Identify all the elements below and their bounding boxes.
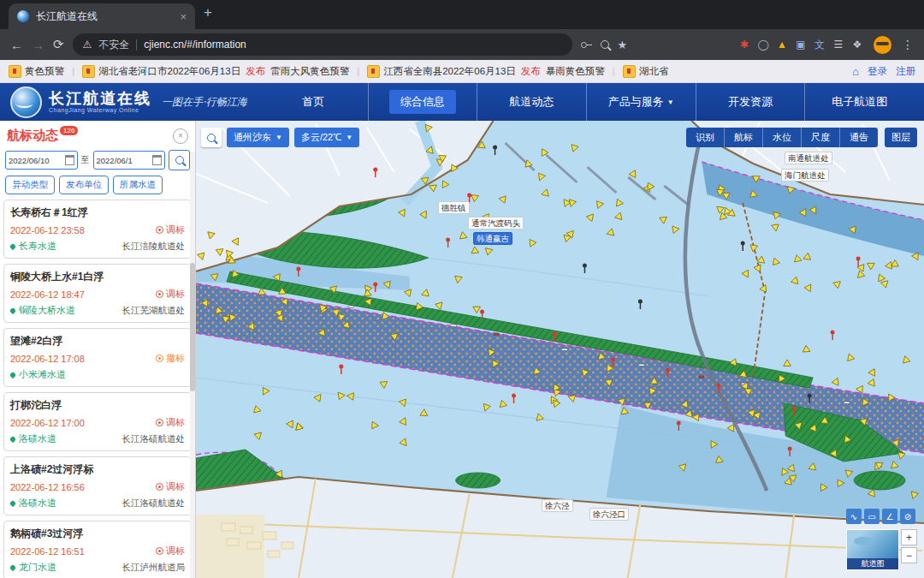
extension-translate-icon[interactable]: 文: [812, 38, 827, 52]
office-label: 长江泸州航道局: [122, 562, 186, 574]
location-pin-icon: [9, 563, 16, 570]
zoom-out-button[interactable]: −: [901, 547, 917, 563]
rect-select-icon[interactable]: ▭: [864, 509, 880, 524]
beacon-name: 长寿桥右＃1红浮: [10, 206, 185, 220]
angle-measure-icon[interactable]: ∠: [882, 509, 897, 524]
alert-item[interactable]: 湖北省: [623, 65, 669, 78]
beacon-card[interactable]: 望滩#2白浮2022-06-12 17:08撤标小米滩水道: [3, 328, 192, 387]
close-icon[interactable]: ×: [173, 128, 188, 144]
filter-button-2[interactable]: 发布单位: [59, 176, 109, 194]
filter-button-1[interactable]: 异动类型: [5, 176, 55, 194]
bookmark-star-icon[interactable]: ★: [618, 39, 628, 51]
nav-item-3[interactable]: 航道动态: [477, 83, 586, 121]
map-place-label: 徐六泾: [542, 499, 573, 512]
map-place-label: 德胜镇: [438, 201, 470, 214]
login-link[interactable]: 登录: [868, 65, 887, 78]
map-tool-button-3[interactable]: 水位: [763, 128, 802, 147]
nav-item-6[interactable]: 电子航道图: [804, 83, 914, 121]
home-icon[interactable]: ⌂: [852, 65, 859, 78]
sidebar-scrollbar[interactable]: [190, 152, 195, 578]
register-link[interactable]: 注册: [896, 65, 915, 78]
beacon-card[interactable]: 长寿桥右＃1红浮2022-06-12 23:58调标长寿水道长江涪陵航道处: [3, 200, 192, 259]
map-place-label: 通常汽渡码头: [468, 217, 524, 229]
clear-tool-icon[interactable]: ⊘: [900, 509, 915, 524]
new-tab-button[interactable]: +: [204, 4, 212, 25]
scrollbar-thumb[interactable]: [190, 263, 195, 391]
beacon-card[interactable]: 铜陵大桥上水#1白浮2022-06-12 18:47调标铜陵大桥水道长江芜湖航道…: [3, 264, 192, 323]
date-from-input[interactable]: 2022/06/10: [5, 151, 78, 170]
alert-item[interactable]: 江西省全南县2022年06月13日发布暴雨黄色预警: [367, 65, 605, 78]
beacon-time: 2022-06-12 18:47: [10, 289, 85, 300]
route-tool-icon[interactable]: ∿: [846, 509, 862, 524]
region-select[interactable]: 通州沙东 ▼: [227, 128, 289, 147]
waterway: 长寿水道: [10, 240, 56, 253]
alert-separator: |: [357, 66, 359, 76]
nav-label: 电子航道图: [832, 94, 887, 110]
status-badge: 撤标: [156, 352, 185, 365]
security-label: 不安全: [98, 38, 129, 52]
beacon-card[interactable]: 打梆沱白浮2022-06-12 17:00调标洛碛水道长江洛碛航道处: [3, 392, 192, 451]
alert-item[interactable]: 湖北省老河口市2022年06月13日发布雷雨大风黄色预警: [82, 65, 349, 78]
nav-item-2[interactable]: 综合信息: [368, 83, 477, 121]
beacon-card[interactable]: 鹅柄碛#3过河浮2022-06-12 16:51调标龙门水道长江泸州航道局: [3, 521, 192, 578]
extension-reader-icon[interactable]: ☰: [831, 39, 846, 51]
avatar[interactable]: [874, 36, 891, 54]
browser-tab[interactable]: 长江航道在线 ×: [9, 3, 195, 29]
date-search-button[interactable]: [169, 150, 190, 170]
alert-item[interactable]: 黄色预警: [9, 65, 64, 78]
map-place-label: 南通航道处: [785, 152, 832, 164]
map-tool-button-5[interactable]: 通告: [840, 128, 878, 147]
search-icon[interactable]: [601, 40, 609, 49]
omnibox-divider: [136, 39, 137, 51]
tab-favicon-icon: [17, 10, 29, 22]
site-header: 长江航道在线 ChangJiang Waterway Online 一图在手·行…: [0, 83, 924, 121]
map-rightbar: 识别航标水位尺度通告 图层: [686, 128, 917, 147]
waterway-label: 洛碛水道: [19, 497, 56, 509]
nav-item-4[interactable]: 产品与服务▼: [586, 83, 696, 121]
beacon-time: 2022-06-12 17:08: [10, 354, 85, 364]
map-tool-button-2[interactable]: 航标: [725, 128, 763, 147]
map-place-label: 海门航道处: [781, 169, 829, 182]
tab-title: 长江航道在线: [36, 9, 173, 24]
navigation-chart[interactable]: 德胜镇通常汽渡码头韩通赢吉南通航道处海门航道处徐六泾徐六泾口 通州沙东 ▼ 多云…: [196, 121, 924, 578]
map-tool-button-4[interactable]: 尺度: [802, 128, 840, 147]
extension-puzzle-icon[interactable]: ❖: [850, 39, 865, 51]
map-place-label: 徐六泾口: [589, 508, 629, 521]
extension-circle-icon[interactable]: ◯: [755, 39, 771, 51]
minimap-thumbnail[interactable]: 航道图: [846, 529, 899, 570]
back-icon[interactable]: ←: [10, 38, 23, 52]
site-slogan: 一图在手·行畅江海: [162, 95, 247, 110]
beacon-card[interactable]: 上洛碛#2过河浮标2022-06-12 16:56调标洛碛水道长江洛碛航道处: [3, 456, 192, 515]
refresh-icon[interactable]: ⟳: [53, 37, 64, 52]
calendar-icon[interactable]: [152, 155, 162, 165]
nav-item-5[interactable]: 开发资源: [696, 83, 805, 121]
search-icon: [207, 134, 216, 142]
status-label: 调标: [166, 288, 185, 301]
alert-region: 湖北省老河口市2022年06月13日: [98, 65, 240, 78]
filter-button-3[interactable]: 所属水道: [113, 176, 163, 194]
extension-pinwheel-icon[interactable]: ✱: [737, 39, 752, 51]
map-tool-button-1[interactable]: 识别: [686, 128, 725, 147]
zoom-in-button[interactable]: +: [901, 529, 917, 545]
password-key-icon[interactable]: [581, 39, 592, 51]
status-label: 调标: [166, 480, 185, 493]
status-dot-icon: [156, 547, 163, 555]
forward-icon[interactable]: →: [32, 38, 44, 52]
address-bar[interactable]: ⚠ 不安全 cjienc.cn/#/information: [73, 33, 572, 56]
beacon-name: 上洛碛#2过河浮标: [10, 462, 185, 477]
weather-select[interactable]: 多云/22℃ ▼: [294, 128, 359, 147]
waterway: 铜陵大桥水道: [10, 304, 75, 317]
waterway-label: 龙门水道: [19, 561, 56, 574]
map-search-button[interactable]: [201, 128, 222, 147]
menu-kebab-icon[interactable]: ⋮: [902, 38, 914, 51]
status-label: 调标: [166, 545, 185, 557]
date-to-value: 2022/06/1: [97, 156, 133, 165]
date-to-input[interactable]: 2022/06/1: [93, 151, 166, 170]
calendar-icon[interactable]: [65, 155, 74, 165]
location-pin-icon: [9, 307, 16, 313]
nav-item-1[interactable]: 首页: [259, 83, 368, 121]
layers-button[interactable]: 图层: [885, 128, 917, 147]
tab-close-icon[interactable]: ×: [180, 10, 187, 23]
extension-chat-icon[interactable]: ▣: [793, 39, 808, 51]
extension-drive-icon[interactable]: ▲: [774, 39, 790, 51]
